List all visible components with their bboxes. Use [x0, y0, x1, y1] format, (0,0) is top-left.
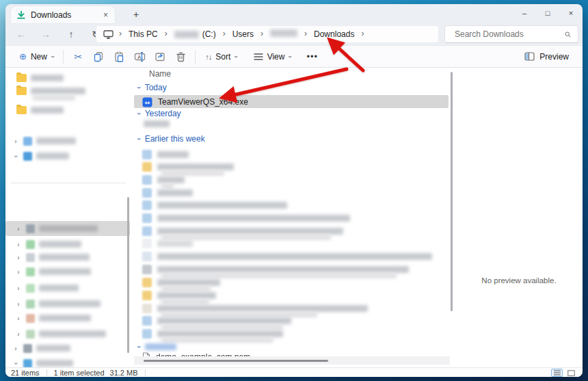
group-header-earlier[interactable]: › Earlier this week: [138, 133, 205, 145]
redacted-file-name: [144, 120, 170, 127]
new-button[interactable]: ⊕ New ›: [14, 48, 59, 65]
folder-icon: [26, 300, 35, 308]
tree-item[interactable]: ›: [15, 311, 135, 325]
chevron-down-icon: ›: [12, 153, 20, 159]
copy-button[interactable]: [88, 48, 109, 66]
breadcrumb-separator: ›: [222, 29, 227, 38]
file-name: TeamViewerQS_x64.exe: [158, 97, 248, 107]
file-row[interactable]: [142, 212, 350, 224]
tree-item[interactable]: ›: [15, 237, 135, 251]
items-count: 21 items: [11, 369, 40, 377]
close-button[interactable]: ×: [559, 4, 583, 22]
tab-close-icon[interactable]: ×: [102, 10, 109, 20]
paste-button[interactable]: [109, 48, 129, 66]
forward-button[interactable]: →: [36, 25, 56, 43]
tree-item[interactable]: ›: [12, 149, 133, 163]
pinned-item[interactable]: [16, 71, 137, 85]
pc-icon: [23, 344, 32, 353]
redacted-label: [31, 88, 85, 94]
chevron-down-icon: ›: [135, 86, 144, 89]
file-icon: [142, 162, 152, 172]
redacted-detail: [161, 337, 273, 343]
new-tab-button[interactable]: +: [129, 8, 144, 21]
folder-icon: [26, 224, 35, 233]
redacted-file-name: [157, 266, 409, 273]
no-preview-text: No preview available.: [455, 276, 583, 285]
file-row[interactable]: [142, 187, 193, 199]
up-button[interactable]: ↑: [61, 25, 81, 43]
sort-button[interactable]: ↑↓ Sort ›: [200, 49, 242, 65]
chevron-down-icon: ›: [135, 112, 144, 115]
details-view-toggle[interactable]: [551, 369, 563, 377]
file-row[interactable]: [142, 148, 189, 161]
chevron-down-icon: ›: [49, 55, 56, 57]
icons-view-toggle[interactable]: [565, 369, 577, 377]
redacted-file-name: [157, 305, 368, 312]
rename-button[interactable]: A: [129, 48, 150, 66]
more-icon: •••: [306, 51, 318, 62]
tree-item[interactable]: ›: [15, 265, 135, 278]
tree-item[interactable]: ›: [12, 341, 133, 355]
breadcrumb-separator: ›: [163, 29, 169, 38]
redacted-file-name: [157, 228, 343, 235]
tree-item-selected[interactable]: ›: [15, 222, 135, 235]
redacted-file-name: [157, 215, 350, 222]
sort-icon: ↑↓: [205, 53, 211, 61]
redacted-file-name: [157, 330, 283, 337]
delete-button[interactable]: [170, 48, 191, 66]
breadcrumb-user[interactable]: [266, 28, 302, 40]
tree-item[interactable]: ›: [12, 134, 133, 148]
details-view-icon: [554, 370, 561, 376]
column-header-name[interactable]: Name: [149, 69, 171, 79]
chevron-right-icon: ›: [15, 225, 22, 233]
sidebar-scrollbar[interactable]: [127, 197, 129, 353]
redacted-label: [36, 137, 76, 144]
redacted-label: [39, 268, 91, 275]
file-row[interactable]: [142, 199, 287, 211]
share-button[interactable]: [150, 48, 170, 66]
breadcrumb-separator: ›: [303, 29, 308, 38]
svg-text:↔: ↔: [145, 98, 150, 105]
tab-downloads[interactable]: Downloads ×: [11, 6, 115, 23]
pinned-item[interactable]: [16, 103, 137, 117]
breadcrumb-separator: ›: [360, 29, 365, 38]
horizontal-scrollbar[interactable]: [134, 356, 450, 365]
list-scrollbar[interactable]: [451, 72, 453, 311]
redacted-drive-name: [174, 31, 199, 38]
cut-button[interactable]: ✂: [68, 48, 88, 66]
tree-item[interactable]: ›: [15, 250, 135, 264]
preview-toggle-button[interactable]: Preview: [519, 49, 574, 65]
file-row[interactable]: [142, 250, 432, 263]
file-icon: [142, 188, 152, 198]
tree-item[interactable]: ›: [15, 281, 135, 295]
chevron-right-icon: ›: [15, 315, 22, 322]
file-icon: [142, 265, 152, 274]
file-row-teamviewer[interactable]: ↔ TeamViewerQS_x64.exe: [142, 96, 248, 108]
breadcrumb-users[interactable]: Users: [228, 28, 258, 40]
folder-icon: [16, 74, 27, 82]
tree-item[interactable]: ›: [15, 327, 135, 341]
file-row[interactable]: [142, 237, 193, 250]
redacted-file-name: [157, 292, 216, 299]
breadcrumb-separator: ›: [118, 29, 123, 38]
minimize-button[interactable]: –: [513, 4, 536, 22]
redacted-label: [31, 107, 64, 114]
drive-icon: [23, 152, 32, 161]
redacted-file-name: [157, 240, 193, 247]
cut-icon: ✂: [74, 51, 82, 62]
breadcrumb-this-pc[interactable]: This PC: [124, 28, 162, 40]
redacted-label: [36, 153, 69, 159]
view-button[interactable]: View ›: [248, 49, 297, 65]
breadcrumb-drive[interactable]: (C:): [170, 28, 220, 40]
horizontal-scrollbar-thumb[interactable]: [144, 360, 328, 362]
tree-item[interactable]: ›: [15, 297, 135, 311]
group-header-today[interactable]: › Today: [138, 81, 167, 94]
breadcrumb: › This PC › (C:) › Users › › Downloads ›: [96, 25, 439, 43]
breadcrumb-downloads[interactable]: Downloads: [310, 28, 358, 40]
back-button[interactable]: ←: [11, 25, 31, 43]
chevron-right-icon: ›: [15, 285, 22, 292]
file-row[interactable]: [142, 118, 170, 130]
maximize-button[interactable]: □: [536, 4, 559, 22]
search-input[interactable]: [445, 29, 565, 39]
see-more-button[interactable]: •••: [302, 48, 323, 66]
